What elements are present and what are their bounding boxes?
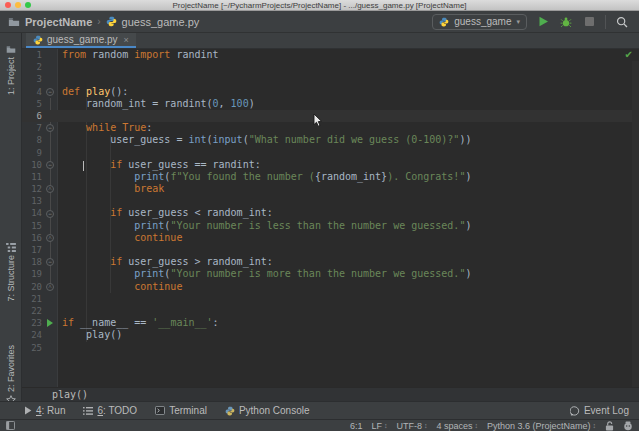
sidebar-item-structure[interactable]: 7: Structure	[0, 243, 22, 302]
fold-icon[interactable]: ˄	[46, 283, 54, 291]
line-number[interactable]: 22	[22, 305, 42, 317]
line-number[interactable]: 7	[22, 122, 42, 134]
line-number[interactable]: 4	[22, 86, 42, 98]
line-number[interactable]: 14	[22, 207, 42, 219]
code-line-text[interactable]: continue	[58, 232, 639, 244]
search-everywhere-button[interactable]	[615, 15, 629, 29]
editor-line[interactable]: 17	[22, 244, 639, 256]
code-line-text[interactable]: break	[58, 183, 639, 195]
code-line-text[interactable]: if user_guess < random_int:	[58, 207, 639, 219]
line-number[interactable]: 11	[22, 171, 42, 183]
run-button[interactable]	[536, 15, 550, 29]
event-log-button[interactable]: Event Log	[570, 405, 629, 416]
editor-line[interactable]: 4−def play():	[22, 86, 639, 98]
status-caret-position[interactable]: 6:1	[350, 421, 363, 431]
line-number[interactable]: 3	[22, 73, 42, 85]
breadcrumb-project[interactable]: ProjectName	[25, 16, 92, 28]
lock-icon[interactable]	[605, 421, 614, 431]
editor-line[interactable]: 25	[22, 342, 639, 354]
code-line-text[interactable]	[58, 293, 639, 305]
fold-icon[interactable]: −	[46, 258, 54, 266]
fold-icon[interactable]: ˄	[46, 234, 54, 242]
editor-line[interactable]: 24 play()	[22, 329, 639, 341]
code-editor[interactable]: 1from random import randint234−def play(…	[22, 49, 639, 387]
editor-line[interactable]: 5 random_int = randint(0, 100)	[22, 98, 639, 110]
code-line-text[interactable]: if user_guess > random_int:	[58, 256, 639, 268]
code-line-text[interactable]	[58, 305, 639, 317]
stop-button[interactable]	[582, 15, 596, 29]
code-line-text[interactable]: def play():	[58, 86, 639, 98]
code-line-text[interactable]: if __name__ == '__main__':	[58, 317, 639, 329]
fold-icon[interactable]: −	[46, 161, 54, 169]
editor-line[interactable]: 16˄ continue	[22, 232, 639, 244]
status-indent[interactable]: 4 spaces↕	[436, 421, 478, 431]
code-line-text[interactable]	[58, 61, 639, 73]
toolwindow-run[interactable]: 4: Run	[24, 405, 65, 416]
editor-line[interactable]: 2	[22, 61, 639, 73]
fold-icon[interactable]: −	[46, 124, 54, 132]
editor-line[interactable]: 14− if user_guess < random_int:	[22, 207, 639, 219]
inspector-icon[interactable]	[623, 421, 633, 431]
line-number[interactable]: 2	[22, 61, 42, 73]
code-line-text[interactable]	[58, 110, 639, 122]
code-line-text[interactable]: from random import randint	[58, 49, 639, 61]
tab-guess-game[interactable]: guess_game.py ×	[26, 33, 136, 48]
editor-line[interactable]: 6	[22, 110, 639, 122]
run-configuration-select[interactable]: guess_game ▾	[432, 14, 527, 30]
line-number[interactable]: 16	[22, 232, 42, 244]
editor-line[interactable]: 9	[22, 147, 639, 159]
code-line-text[interactable]: continue	[58, 281, 639, 293]
status-line-ending[interactable]: LF↕	[371, 421, 387, 431]
sidebar-item-favorites[interactable]: 2: Favorites	[0, 345, 22, 405]
code-line-text[interactable]: play()	[58, 329, 639, 341]
code-line-text[interactable]: print("Your number is less than the numb…	[58, 220, 639, 232]
line-number[interactable]: 1	[22, 49, 42, 61]
line-number[interactable]: 20	[22, 281, 42, 293]
code-line-text[interactable]	[58, 73, 639, 85]
close-icon[interactable]: ×	[124, 35, 129, 45]
code-line-text[interactable]	[58, 195, 639, 207]
editor-breadcrumb[interactable]: play()	[22, 387, 639, 401]
line-number[interactable]: 25	[22, 342, 42, 354]
debug-button[interactable]	[559, 15, 573, 29]
editor-line[interactable]: 20˄ continue	[22, 281, 639, 293]
editor-line[interactable]: 15 print("Your number is less than the n…	[22, 220, 639, 232]
editor-line[interactable]: 7− while True:	[22, 122, 639, 134]
check-icon[interactable]: ✔	[625, 49, 633, 60]
fold-icon[interactable]: ˄	[46, 185, 54, 193]
editor-line[interactable]: 1from random import randint	[22, 49, 639, 61]
line-number[interactable]: 13	[22, 195, 42, 207]
toolwindow-switcher-icon[interactable]	[6, 421, 15, 430]
editor-line[interactable]: 19 print("Your number is more than the n…	[22, 268, 639, 280]
line-number[interactable]: 24	[22, 329, 42, 341]
code-line-text[interactable]: print(f"You found the number ({random_in…	[58, 171, 639, 183]
editor-line[interactable]: 8 user_guess = int(input("What number di…	[22, 134, 639, 146]
code-line-text[interactable]	[58, 147, 639, 159]
code-line-text[interactable]	[58, 244, 639, 256]
editor-line[interactable]: 18− if user_guess > random_int:	[22, 256, 639, 268]
toolwindow-python-console[interactable]: Python Console	[225, 405, 310, 416]
line-number[interactable]: 19	[22, 268, 42, 280]
toolwindow-todo[interactable]: 6: TODO	[83, 405, 137, 416]
code-line-text[interactable]	[58, 342, 639, 354]
code-line-text[interactable]: while True:	[58, 122, 639, 134]
line-number[interactable]: 15	[22, 220, 42, 232]
editor-line[interactable]: 13	[22, 195, 639, 207]
status-encoding[interactable]: UTF-8↕	[396, 421, 427, 431]
line-number[interactable]: 21	[22, 293, 42, 305]
editor-scrollbar[interactable]	[632, 61, 639, 387]
line-number[interactable]: 12	[22, 183, 42, 195]
line-number[interactable]: 17	[22, 244, 42, 256]
line-number[interactable]: 8	[22, 134, 42, 146]
run-line-icon[interactable]	[47, 319, 53, 327]
editor-line[interactable]: 23if __name__ == '__main__':	[22, 317, 639, 329]
code-line-text[interactable]: print("Your number is more than the numb…	[58, 268, 639, 280]
line-number[interactable]: 10	[22, 159, 42, 171]
line-number[interactable]: 6	[22, 110, 42, 122]
editor-line[interactable]: 12˄ break	[22, 183, 639, 195]
editor-line[interactable]: 10− if user_guess == randint:	[22, 159, 639, 171]
editor-line[interactable]: 21	[22, 293, 639, 305]
code-line-text[interactable]: user_guess = int(input("What number did …	[58, 134, 639, 146]
line-number[interactable]: 18	[22, 256, 42, 268]
sidebar-item-project[interactable]: 1: Project	[0, 45, 22, 95]
